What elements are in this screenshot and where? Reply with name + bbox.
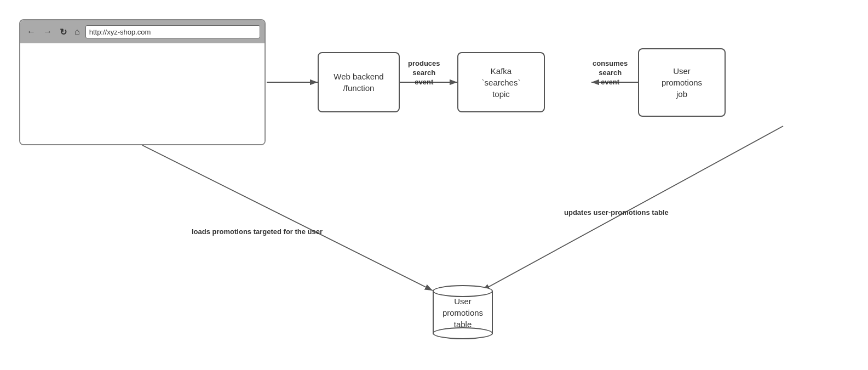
user-promotions-table: Userpromotionstable: [433, 285, 493, 339]
kafka-topic-label: Kafka`searches`topic: [482, 65, 521, 100]
browser-mockup: ← → ↻ ⌂: [19, 19, 266, 145]
svg-line-5: [142, 145, 433, 291]
db-top: [433, 285, 493, 297]
produces-search-event-label: producessearchevent: [408, 59, 440, 87]
user-promotions-job-box: Userpromotionsjob: [638, 48, 726, 117]
web-backend-box: Web backend/function: [318, 52, 400, 112]
reload-button[interactable]: ↻: [58, 26, 69, 38]
user-promotions-job-label: Userpromotionsjob: [662, 65, 702, 100]
browser-toolbar: ← → ↻ ⌂: [20, 20, 265, 43]
forward-button[interactable]: →: [41, 26, 54, 38]
web-backend-label: Web backend/function: [334, 71, 383, 94]
consumes-search-event-label: consumessearchevent: [593, 59, 628, 87]
back-button[interactable]: ←: [25, 26, 38, 38]
kafka-topic-box: Kafka`searches`topic: [457, 52, 545, 112]
loads-promotions-label: loads promotions targeted for the user: [192, 227, 323, 237]
diagram-container: ← → ↻ ⌂ Web backend/function Kafka`searc…: [0, 0, 868, 370]
home-button[interactable]: ⌂: [72, 26, 82, 38]
updates-table-label: updates user-promotions table: [564, 208, 669, 218]
db-bottom: [433, 327, 493, 339]
url-bar[interactable]: [85, 25, 260, 38]
browser-content: [20, 43, 265, 144]
